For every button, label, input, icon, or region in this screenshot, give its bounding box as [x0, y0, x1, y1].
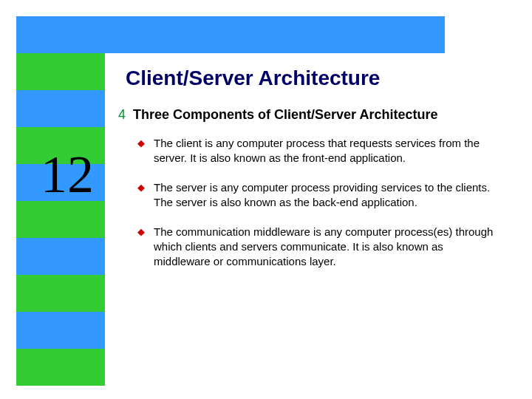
stripe [16, 90, 105, 127]
main-bullet: 4 Three Components of Client/Server Arch… [118, 106, 502, 123]
stripe [16, 275, 105, 312]
stripe [16, 312, 105, 349]
main-bullet-icon: 4 [118, 106, 126, 123]
sub-bullet-text: The communication middleware is any comp… [154, 225, 502, 269]
stripe [16, 53, 105, 90]
sub-bullet: ◆ The communication middleware is any co… [137, 225, 502, 269]
diamond-icon: ◆ [137, 136, 145, 151]
stripe [16, 349, 105, 386]
stripe [16, 16, 105, 53]
slide-content: Client/Server Architecture 4 Three Compo… [118, 66, 502, 284]
sub-bullet: ◆ The client is any computer process tha… [137, 136, 502, 166]
stripe [16, 238, 105, 275]
slide-title: Client/Server Architecture [126, 66, 502, 90]
stripe [16, 201, 105, 238]
sub-bullet-list: ◆ The client is any computer process tha… [137, 136, 502, 269]
sub-bullet-text: The server is any computer process provi… [154, 180, 502, 210]
chapter-number: 12 [41, 144, 94, 205]
diamond-icon: ◆ [137, 180, 145, 195]
sub-bullet: ◆ The server is any computer process pro… [137, 180, 502, 210]
sub-bullet-text: The client is any computer process that … [154, 136, 502, 166]
diamond-icon: ◆ [137, 225, 145, 239]
main-bullet-text: Three Components of Client/Server Archit… [133, 106, 437, 123]
